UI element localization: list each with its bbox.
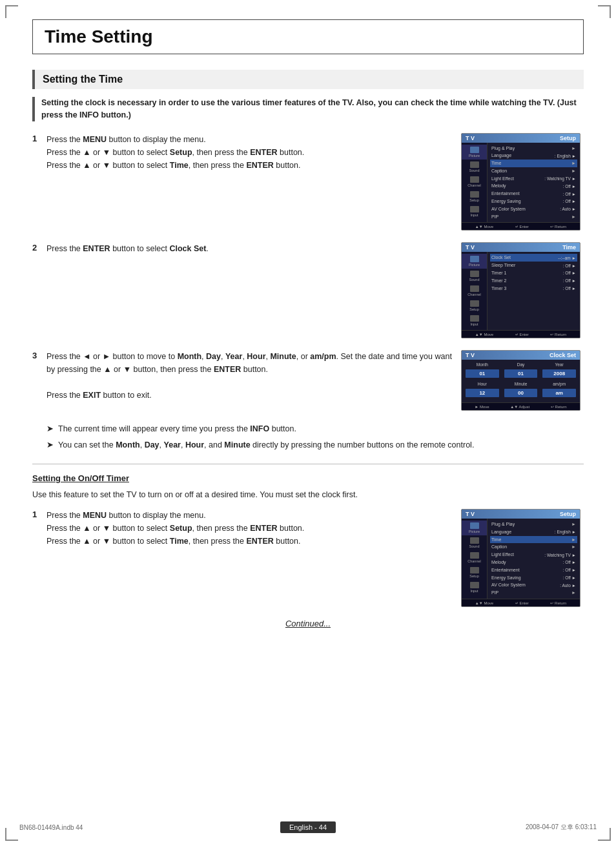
day-value: 01 [504, 369, 538, 378]
setup2-sidebar-sound: Sound [462, 535, 487, 550]
setup2-footer-return: ↩ Return [550, 601, 566, 605]
sidebar-picture: Picture [462, 145, 487, 160]
month-value: 01 [466, 369, 499, 378]
footer-move: ▲▼ Move [475, 224, 493, 229]
setup2-footer-enter: ↵ Enter [515, 601, 529, 605]
menu-language: Language: English ► [490, 152, 577, 160]
section2-step1-content: Press the MENU button to display the men… [46, 509, 461, 548]
menu-pip: PIP► [490, 213, 577, 221]
sidebar-setup-label: Setup [469, 198, 478, 202]
hour-label: Hour [466, 382, 499, 386]
t-sound-icon [470, 271, 479, 277]
s2-sound-icon [470, 537, 479, 544]
subnote1-text: The current time will appear every time … [58, 422, 296, 435]
corner-mark-tl [5, 5, 18, 18]
section2-step1-screenshot: T V Setup Picture Sound [461, 509, 584, 607]
time-sidebar: Picture Sound Channel Setup [462, 252, 488, 330]
sound-icon [470, 161, 479, 168]
sidebar-input: Input [462, 204, 487, 219]
step1-screenshot: T V Setup Picture Sound [461, 133, 584, 231]
step3-content: Press the ◄ or ► button to move to Month… [46, 350, 461, 402]
time-menu-timer1: Timer 1: Off ► [490, 269, 577, 277]
sidebar-sound-label: Sound [469, 169, 480, 172]
time-sidebar-picture: Picture [462, 254, 487, 269]
clockset-body: Month Day Year 01 01 2008 Hour Minute am… [462, 360, 580, 402]
subnote2-text: You can set the Month, Day, Year, Hour, … [58, 438, 474, 451]
s2-menu-time-highlighted: Time► [490, 536, 577, 544]
clock-labels-row1: Month Day Year [466, 362, 576, 367]
s2-menu-language: Language: English ► [490, 528, 577, 536]
step3-screenshot: T V Clock Set Month Day Year 01 01 2008 [461, 350, 584, 411]
step2-number: 2 [32, 242, 46, 253]
setup-screen2: T V Setup Picture Sound [461, 509, 580, 607]
ampm-label: am/pm [542, 382, 576, 386]
s2-menu-pip: PIP► [490, 589, 577, 597]
time-menu-sleep: Sleep Timer: Off ► [490, 262, 577, 269]
s2-menu-caption: Caption► [490, 543, 577, 551]
ampm-value: am [542, 389, 576, 397]
time-footer: ▲▼ Move ↵ Enter ↩ Return [462, 330, 580, 338]
sidebar-sound: Sound [462, 160, 487, 174]
clockset-footer-move: ► Move [475, 404, 489, 409]
time-menu-timer2: Timer 2: Off ► [490, 277, 577, 285]
setup-screen2-header: T V Setup [462, 510, 580, 519]
subnote2: ➤ You can set the Month, Day, Year, Hour… [46, 438, 584, 452]
sidebar-channel-label: Channel [467, 183, 481, 187]
menu-plug-play: Plug & Play► [490, 145, 577, 152]
clockset-header-right: Clock Set [549, 352, 576, 358]
s2-setup-icon [470, 567, 479, 573]
footer-return: ↩ Return [550, 224, 566, 229]
clockset-screen: T V Clock Set Month Day Year 01 01 2008 [461, 350, 580, 411]
footer: BN68-01449A.indb 44 English - 44 2008-04… [0, 821, 616, 833]
sidebar-channel: Channel [462, 174, 487, 189]
footer-badge: English - 44 [280, 821, 336, 833]
time-header-left: T V [466, 244, 475, 251]
step2-content: Press the ENTER button to select Clock S… [46, 242, 461, 255]
clockset-footer-adjust: ▲▼ Adjust [510, 404, 529, 409]
clock-values-row2: 12 00 am [466, 389, 576, 397]
setup2-header-left: T V [466, 511, 475, 517]
setup2-sidebar-channel: Channel [462, 550, 487, 565]
step3-row: 3 Press the ◄ or ► button to move to Mon… [32, 350, 584, 411]
setup2-footer-move: ▲▼ Move [475, 601, 493, 605]
step1-row: 1 Press the MENU button to display the m… [32, 133, 584, 231]
section1-intro: Setting the clock is necessary in order … [32, 97, 584, 121]
section1-heading: Setting the Time [43, 74, 123, 85]
menu-time-highlighted: Time► [490, 160, 577, 167]
s2-menu-av-color: AV Color System: Auto ► [490, 581, 577, 589]
section2-step1-row: 1 Press the MENU button to display the m… [32, 509, 584, 607]
time-sidebar-channel: Channel [462, 284, 487, 298]
page-title: Time Setting [45, 26, 153, 46]
clockset-footer: ► Move ▲▼ Adjust ↩ Return [462, 402, 580, 410]
clockset-footer-return: ↩ Return [551, 404, 567, 409]
page-title-box: Time Setting [32, 19, 584, 54]
clock-labels-row2: Hour Minute am/pm [466, 382, 576, 386]
s2-channel-icon [470, 552, 479, 559]
s2-menu-plug-play: Plug & Play► [490, 521, 577, 528]
time-menu-clockset: Clock Set--:--am ► [490, 254, 577, 262]
subnote1-arrow: ➤ [46, 422, 58, 436]
year-value: 2008 [542, 369, 576, 378]
menu-light-effect: Light Effect: Watching TV ► [490, 175, 577, 183]
time-sidebar-setup: Setup [462, 298, 487, 313]
setup-header-left: T V [466, 135, 475, 141]
step1-number: 1 [32, 133, 46, 143]
step3-subnotes: ➤ The current time will appear every tim… [46, 422, 584, 452]
sidebar-input-label: Input [470, 213, 478, 217]
t-input-icon [470, 315, 479, 322]
time-screen: T V Time Picture Sound [461, 242, 580, 338]
step2-row: 2 Press the ENTER button to select Clock… [32, 242, 584, 338]
time-footer-return: ↩ Return [550, 332, 566, 336]
continued-text: Continued... [32, 619, 584, 628]
s2-menu-energy: Energy Saving: Off ► [490, 574, 577, 582]
setup2-header-right: Setup [560, 511, 576, 517]
clockset-header-left: T V [466, 352, 475, 358]
menu-av-color: AV Color System: Auto ► [490, 205, 577, 213]
hour-value: 12 [466, 389, 499, 397]
setup2-footer: ▲▼ Move ↵ Enter ↩ Return [462, 599, 580, 606]
t-setup-icon [470, 300, 479, 307]
section2-step1-number: 1 [32, 509, 46, 519]
t-channel-icon [470, 285, 479, 292]
month-label: Month [466, 362, 499, 367]
clockset-header: T V Clock Set [462, 351, 580, 360]
